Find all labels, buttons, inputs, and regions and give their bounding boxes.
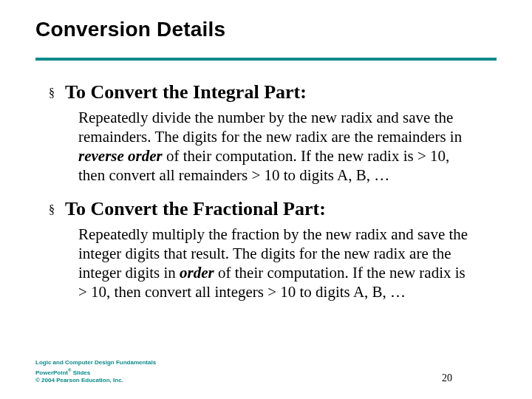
- title-underline: [35, 58, 497, 61]
- footer-credits: Logic and Computer Design Fundamentals P…: [35, 359, 156, 384]
- bullet-heading: To Convert the Fractional Part:: [65, 198, 326, 220]
- slide-title: Conversion Details: [35, 18, 225, 41]
- footer-line-2: PowerPoint® Slides: [35, 366, 156, 377]
- bullet-marker-icon: §: [49, 83, 55, 103]
- page-number: 20: [442, 372, 452, 384]
- footer-line-3: © 2004 Pearson Education, Inc.: [35, 377, 156, 384]
- content-area: § To Convert the Integral Part: Repeated…: [49, 81, 492, 315]
- slide: Conversion Details § To Convert the Inte…: [0, 0, 532, 399]
- body-text-em: order: [180, 264, 214, 282]
- bullet-fractional: § To Convert the Fractional Part:: [49, 198, 492, 220]
- bullet-marker-icon: §: [49, 200, 55, 220]
- footer-powerpoint: PowerPoint: [35, 369, 68, 376]
- bullet-body: Repeatedly divide the number by the new …: [78, 108, 477, 185]
- bullet-body: Repeatedly multiply the fraction by the …: [78, 225, 477, 301]
- body-text-em: reverse order: [78, 147, 163, 165]
- body-text-pre: Repeatedly divide the number by the new …: [78, 109, 462, 146]
- bullet-integral: § To Convert the Integral Part:: [49, 81, 492, 103]
- footer-slides: Slides: [71, 369, 90, 376]
- bullet-heading: To Convert the Integral Part:: [65, 81, 307, 103]
- footer-line-1: Logic and Computer Design Fundamentals: [35, 359, 156, 366]
